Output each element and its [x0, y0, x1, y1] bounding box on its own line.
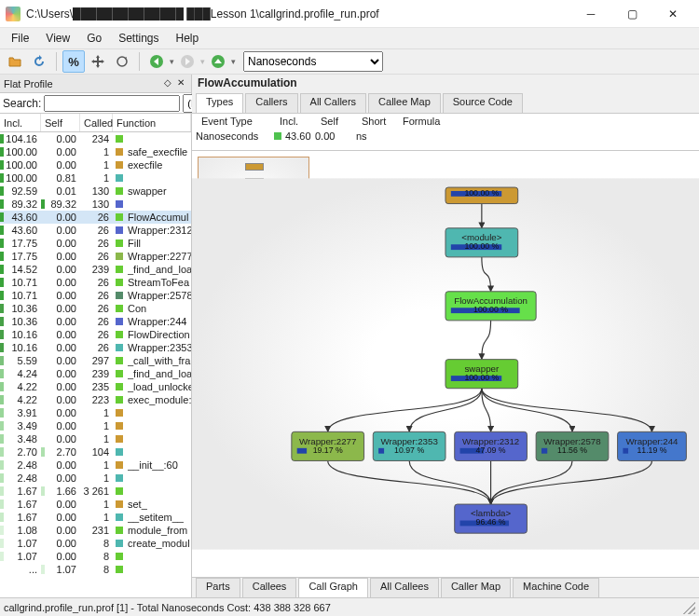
search-input[interactable] — [44, 95, 180, 112]
tab-callees[interactable]: Callees — [242, 578, 297, 597]
table-row[interactable]: 3.48 0.00 1 — [0, 432, 191, 445]
table-row[interactable]: 92.59 0.01 130 swapper — [0, 185, 191, 198]
rows-container: 104.16 0.00 234 100.00 0.00 1 safe_execf… — [0, 132, 191, 597]
event-header: Event Type Incl. Self Short Formula — [192, 114, 699, 129]
table-row[interactable]: 1.07 0.00 8 — [0, 550, 191, 563]
col-function[interactable]: Function — [113, 114, 191, 131]
event-table: Event Type Incl. Self Short Formula Nano… — [192, 114, 699, 151]
table-row[interactable]: 100.00 0.81 1 — [0, 171, 191, 185]
table-row[interactable]: 43.60 0.00 26 FlowAccumul — [0, 211, 191, 224]
menu-go[interactable]: Go — [79, 30, 109, 47]
table-row[interactable]: 89.32 89.32 130 — [0, 198, 191, 211]
svg-text:19.17 %: 19.17 % — [313, 445, 343, 455]
svg-rect-26 — [378, 448, 384, 454]
svg-text:11.56 %: 11.56 % — [557, 445, 587, 455]
svg-text:10.97 %: 10.97 % — [394, 445, 424, 455]
table-row[interactable]: 10.16 0.00 26 Wrapper:2353 — [0, 341, 191, 354]
table-row[interactable]: 10.36 0.00 26 Wrapper:244 — [0, 315, 191, 328]
svg-rect-34 — [541, 448, 547, 454]
maximize-button[interactable]: ▢ — [611, 1, 652, 27]
call-graph[interactable]: 100.00 %<module>100.00 %FlowAccumulation… — [192, 151, 699, 577]
table-row[interactable]: 1.08 0.00 231 module_from — [0, 524, 191, 537]
table-row[interactable]: 100.00 0.00 1 execfile — [0, 158, 191, 171]
svg-rect-22 — [297, 448, 307, 454]
table-row[interactable]: 10.36 0.00 26 Con — [0, 302, 191, 315]
svg-text:100.00 %: 100.00 % — [473, 305, 508, 314]
tab-all-callers[interactable]: All Callers — [300, 93, 367, 113]
table-row[interactable]: 4.24 0.00 239 _find_and_loa — [0, 367, 191, 380]
tab-callers[interactable]: Callers — [245, 93, 297, 113]
col-called[interactable]: Called — [80, 114, 113, 131]
panel-header: Flat Profile ◇ ✕ — [0, 75, 191, 93]
tab-caller-map[interactable]: Caller Map — [441, 578, 511, 597]
tab-parts[interactable]: Parts — [196, 578, 240, 597]
flat-profile-panel: Flat Profile ◇ ✕ Search: (No Grouping) I… — [0, 75, 192, 597]
unit-selector[interactable]: Nanoseconds — [243, 51, 383, 72]
open-icon[interactable] — [4, 50, 26, 73]
bottom-tabs: PartsCalleesCall GraphAll CalleesCaller … — [192, 577, 699, 597]
col-self[interactable]: Self — [41, 114, 80, 131]
table-row[interactable]: 4.22 0.00 223 exec_module: — [0, 393, 191, 406]
table-row[interactable]: 14.52 0.00 239 _find_and_loa — [0, 263, 191, 276]
table-row[interactable]: 17.75 0.00 26 Fill — [0, 237, 191, 250]
table-row[interactable]: 17.75 0.00 26 Wrapper:2277 — [0, 250, 191, 263]
table-row[interactable]: 2.70 2.70 104 — [0, 445, 191, 459]
svg-text:96.46 %: 96.46 % — [476, 517, 506, 527]
refresh-icon[interactable] — [28, 50, 50, 73]
table-row[interactable]: 2.48 0.00 1 __init__:60 — [0, 459, 191, 472]
detail-panel: FlowAccumulation TypesCallersAll Callers… — [192, 75, 699, 597]
tab-types[interactable]: Types — [196, 93, 243, 113]
menu-help[interactable]: Help — [169, 30, 207, 47]
column-headers: Incl. Self Called Function — [0, 114, 191, 132]
table-row[interactable]: 3.49 0.00 1 — [0, 419, 191, 432]
table-row[interactable]: 3.91 0.00 1 — [0, 406, 191, 419]
table-row[interactable]: 5.59 0.00 297 _call_with_fra — [0, 354, 191, 367]
table-row[interactable]: 1.67 0.00 1 set_ — [0, 498, 191, 511]
table-row[interactable]: 1.67 0.00 1 __setitem__ — [0, 511, 191, 524]
tab-source-code[interactable]: Source Code — [443, 93, 523, 113]
menu-view[interactable]: View — [38, 30, 77, 47]
table-row[interactable]: 4.22 0.00 235 _load_unlocke — [0, 380, 191, 393]
up-icon[interactable] — [207, 50, 229, 73]
minimize-button[interactable]: ─ — [570, 1, 611, 27]
title-bar: C:\Users\██████████████ ███Lesson 1\call… — [0, 0, 699, 28]
back-icon[interactable] — [145, 50, 168, 73]
close-panel-icon[interactable]: ✕ — [174, 77, 187, 90]
table-row[interactable]: 43.60 0.00 26 Wrapper:2312 — [0, 224, 191, 237]
status-text: callgrind.profile_run.prof [1] - Total N… — [4, 602, 331, 613]
table-row[interactable]: 2.48 0.00 1 — [0, 472, 191, 485]
window-title: C:\Users\██████████████ ███Lesson 1\call… — [26, 7, 570, 21]
svg-text:47.09 %: 47.09 % — [476, 445, 506, 455]
status-bar: callgrind.profile_run.prof [1] - Total N… — [0, 597, 699, 616]
table-row[interactable]: 10.16 0.00 26 FlowDirection — [0, 328, 191, 341]
search-label: Search: — [3, 97, 41, 110]
menu-file[interactable]: File — [4, 30, 36, 47]
table-row[interactable]: 104.16 0.00 234 — [0, 132, 191, 145]
toolbar: % ▾ ▾ ▾ Nanoseconds — [0, 48, 699, 75]
svg-text:100.00 %: 100.00 % — [464, 241, 499, 251]
tab-machine-code[interactable]: Machine Code — [513, 578, 599, 597]
forward-icon[interactable] — [176, 50, 199, 73]
table-row[interactable]: 10.71 0.00 26 Wrapper:2578 — [0, 289, 191, 302]
percent-icon[interactable]: % — [62, 50, 85, 73]
table-row[interactable]: 100.00 0.00 1 safe_execfile — [0, 145, 191, 158]
close-button[interactable]: ✕ — [652, 1, 693, 27]
menu-settings[interactable]: Settings — [111, 30, 166, 47]
table-row[interactable]: ... 1.07 8 — [0, 563, 191, 576]
svg-rect-38 — [623, 448, 628, 454]
search-row: Search: (No Grouping) — [0, 93, 191, 114]
tab-all-callees[interactable]: All Callees — [370, 578, 439, 597]
svg-text:11.19 %: 11.19 % — [637, 445, 666, 455]
resize-grip[interactable] — [682, 601, 695, 614]
tab-callee-map[interactable]: Callee Map — [368, 93, 441, 113]
undock-icon[interactable]: ◇ — [161, 77, 174, 90]
tab-call-graph[interactable]: Call Graph — [298, 578, 368, 597]
cycle-icon[interactable] — [111, 50, 133, 73]
event-row[interactable]: Nanoseconds 43.60 0.00 ns — [192, 129, 699, 144]
table-row[interactable]: 1.07 0.00 8 create_modul — [0, 537, 191, 550]
table-row[interactable]: 1.67 1.66 3 261 — [0, 485, 191, 498]
col-incl[interactable]: Incl. — [0, 114, 41, 131]
table-row[interactable]: 10.71 0.00 26 StreamToFea — [0, 276, 191, 289]
function-header: FlowAccumulation — [192, 75, 699, 93]
move-icon[interactable] — [87, 50, 109, 73]
